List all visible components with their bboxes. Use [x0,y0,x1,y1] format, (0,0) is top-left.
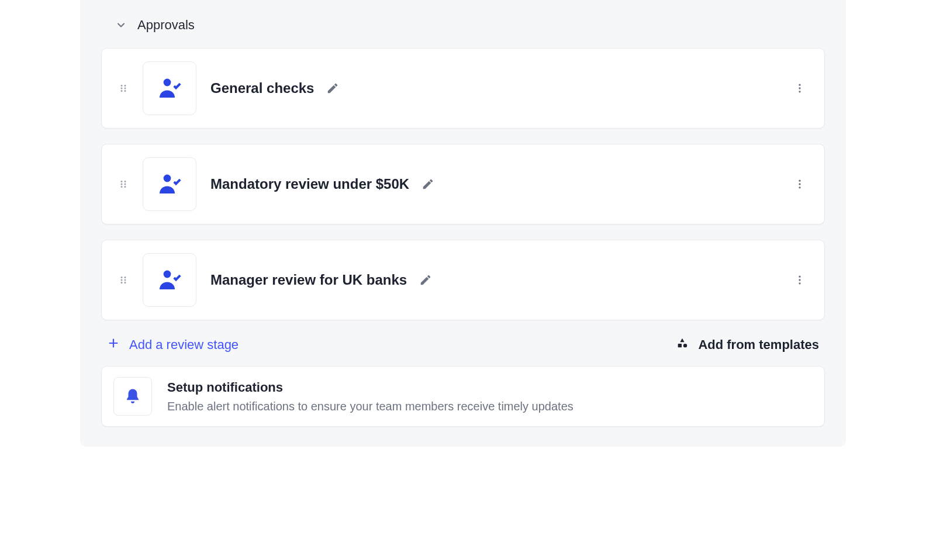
svg-point-20 [121,276,123,278]
svg-point-28 [799,279,800,281]
notifications-description: Enable alert notifications to ensure you… [167,400,573,413]
svg-point-16 [164,175,171,182]
more-vertical-icon[interactable] [792,272,808,288]
svg-point-18 [799,183,800,185]
stage-actions-row: Add a review stage Add from templates [101,336,825,366]
svg-point-33 [683,344,687,347]
bell-icon [113,377,152,416]
svg-point-6 [164,79,171,87]
notifications-title: Setup notifications [167,380,573,395]
user-check-icon [143,157,196,211]
section-title: Approvals [137,18,195,33]
review-stage-card: General checks [101,48,825,129]
add-from-templates-label: Add from templates [698,337,819,352]
edit-icon[interactable] [420,176,436,192]
svg-point-8 [799,87,800,89]
stage-title: Manager review for UK banks [210,272,407,288]
svg-point-27 [799,276,800,278]
add-from-templates-button[interactable]: Add from templates [676,337,819,353]
svg-point-19 [799,186,800,188]
user-check-icon [143,61,196,115]
svg-point-12 [121,184,123,185]
svg-point-10 [121,181,123,182]
svg-point-0 [121,85,123,87]
plus-icon [107,337,120,353]
edit-icon[interactable] [324,80,341,96]
svg-point-1 [125,85,126,87]
approvals-panel: Approvals General checks [80,0,846,447]
svg-point-11 [125,181,126,182]
add-review-stage-label: Add a review stage [129,337,239,352]
user-check-icon [143,253,196,307]
add-review-stage-button[interactable]: Add a review stage [107,337,239,353]
svg-point-15 [125,186,126,188]
svg-point-5 [125,90,126,92]
notifications-card[interactable]: Setup notifications Enable alert notific… [101,366,825,427]
svg-point-4 [121,90,123,92]
stage-title: Mandatory review under $50K [210,176,409,192]
edit-icon[interactable] [417,272,434,288]
shapes-icon [676,337,689,353]
drag-handle-icon[interactable] [118,177,129,192]
svg-point-23 [125,279,126,281]
drag-handle-icon[interactable] [118,81,129,96]
svg-point-13 [125,184,126,185]
svg-point-21 [125,276,126,278]
svg-point-25 [125,282,126,284]
drag-handle-icon[interactable] [118,272,129,288]
svg-point-29 [799,282,800,284]
chevron-down-icon [115,19,127,31]
svg-rect-32 [678,344,682,347]
review-stage-card: Mandatory review under $50K [101,144,825,224]
svg-point-22 [121,279,123,281]
svg-point-17 [799,180,800,182]
svg-point-26 [164,271,171,278]
svg-point-7 [799,84,800,86]
svg-point-14 [121,186,123,188]
svg-point-2 [121,88,123,89]
more-vertical-icon[interactable] [792,176,808,192]
section-header[interactable]: Approvals [101,18,825,33]
svg-point-3 [125,88,126,89]
more-vertical-icon[interactable] [792,80,808,96]
review-stage-card: Manager review for UK banks [101,240,825,320]
stage-title: General checks [210,80,314,96]
svg-point-9 [799,91,800,92]
svg-point-24 [121,282,123,284]
